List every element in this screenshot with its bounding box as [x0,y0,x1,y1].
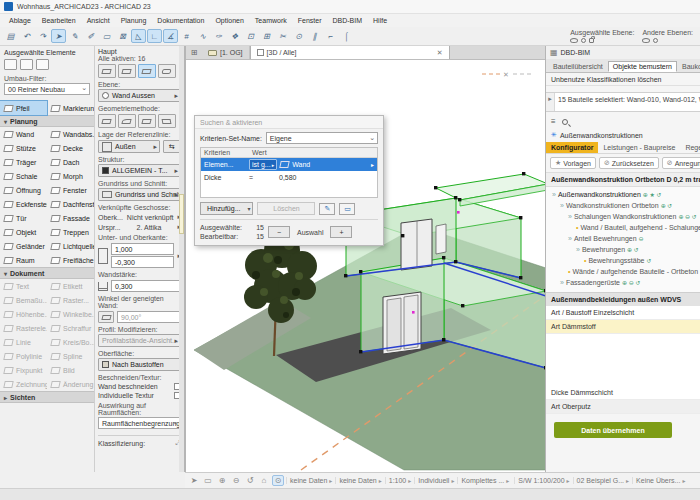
tree-item[interactable]: » Bewehrungen ⊕ ↺ [550,244,700,255]
tool-item[interactable]: Tür [0,211,47,225]
thickness-field[interactable]: 0,300 [111,280,181,292]
toolbar-icon[interactable]: ↶ [19,29,34,43]
menu-item[interactable]: Ansicht [82,16,115,25]
geometry-method-button[interactable] [98,114,116,128]
toolbar-icon[interactable]: ↷ [35,29,50,43]
tool-item[interactable]: Lichtquelle [47,239,94,253]
toolbar-icon[interactable]: ▤ [3,29,18,43]
tree-action-icons[interactable]: ⊕ ↺ [661,202,673,209]
menu-item[interactable]: Planung [116,16,152,25]
pick-settings-icon[interactable]: ✎ [319,203,335,215]
menu-item[interactable]: Optionen [210,16,248,25]
menu-item[interactable]: Teamwork [250,16,292,25]
tag-button[interactable] [158,64,176,78]
menu-item[interactable]: Ablage [4,16,36,25]
tree-action-icons[interactable]: ⊕ ↺ [627,246,639,253]
marquee-icon[interactable]: ▭ [202,476,214,485]
toolbar-icon[interactable]: ➤ [51,29,66,43]
structure-select[interactable]: ALLGEMEIN - T... ▸ [98,164,181,177]
criteria-row[interactable]: Elemen... ist g...▸ Wand ▸ [201,158,377,171]
close-tab-icon[interactable]: ✕ [437,49,443,57]
tool-item[interactable]: Etikett [47,279,94,293]
quick-option[interactable]: Komplettes ... [457,477,512,484]
tree-item[interactable]: • Wände / aufgehende Bauteile - Ortbeton… [550,266,700,277]
menu-item[interactable]: Fenster [293,16,327,25]
tool-item[interactable]: Raum [0,253,47,267]
tool-item[interactable]: Schale [0,169,47,183]
tool-item[interactable]: Träger [0,155,47,169]
tool-item[interactable]: Raster... [47,293,94,307]
geometry-method-button[interactable] [158,114,176,128]
menu-item[interactable]: Hilfe [368,16,392,25]
tool-item[interactable]: Spline [47,349,94,363]
umbau-filter-select[interactable]: 00 Reiner Neubau [4,83,90,95]
zoom-in-icon[interactable]: ⊕ [216,476,228,485]
dbd-action-button[interactable]: ★ Vorlagen [550,157,596,169]
infobox-scrollbar[interactable] [179,46,184,488]
refline-select[interactable]: Außen ▸ [98,140,160,153]
menu-item[interactable]: Bearbeiten [37,16,81,25]
menu-item[interactable]: DBD-BIM [327,16,367,25]
tool-item[interactable]: Treppen [47,225,94,239]
dbd-tab[interactable]: Baukosten auswerten [677,61,700,72]
tool-item[interactable]: Öffnung [0,183,47,197]
section-planung[interactable]: ▾ Planung [0,115,94,127]
element-info-icon[interactable] [4,59,17,70]
quick-option[interactable]: keine Daten [286,477,335,484]
tree-item[interactable]: • Bewehrungsstäbe ↺ [550,255,700,266]
toolbar-icon[interactable]: ⌠ [339,29,354,43]
dbd-subtab[interactable]: Leistungen - Baupreise [598,142,680,153]
toolbar-icon[interactable]: ⊞ [259,29,274,43]
tool-item[interactable]: Objekt [0,225,47,239]
tool-item[interactable]: Wand [0,127,47,141]
surface-select[interactable]: Nach Baustoffen [98,358,181,371]
pane-split-icon[interactable]: ⊞ [186,46,202,59]
tool-item[interactable]: Dachfenster [47,197,94,211]
search-icon[interactable] [562,119,568,125]
toolbar-icon[interactable]: ✐ [83,29,98,43]
delete-criteria-button[interactable]: Löschen [257,202,315,215]
tool-item[interactable]: Bemaßu... [0,293,47,307]
quick-option[interactable]: Individuell [414,477,457,484]
zoom-select-icon[interactable]: ⊙ [272,475,284,486]
tree-item[interactable]: • Wand / Bauteil, aufgehend - Schalungen… [550,222,700,233]
quick-option[interactable]: keine Daten [335,477,384,484]
tool-item[interactable]: Eckfenster [0,197,47,211]
geometry-method-button[interactable] [118,114,136,128]
profile-button[interactable]: Profilabstände-Ansicht... ▸ [98,334,181,347]
tab-3d[interactable]: [3D / Alle] ✕ [250,46,450,59]
lasso-icon[interactable]: ➤ [188,476,200,485]
tool-item[interactable]: Decke [47,141,94,155]
other-layer-solid-icon[interactable] [653,38,658,43]
tool-item[interactable]: Bild [47,363,94,377]
tool-item[interactable]: Fassade [47,211,94,225]
property-row[interactable]: Dicke Dämmschicht [546,386,700,400]
section-sichten[interactable]: ▸ Sichten [0,391,94,403]
tool-item[interactable]: Höhenbe... [0,307,47,321]
property-row-selected[interactable]: Art Dämmstoff [546,320,700,334]
tool-item[interactable]: Rasterele... [0,321,47,335]
settings-button[interactable] [98,64,116,78]
layer-lock-icon[interactable] [589,38,594,43]
marquee-pick-icon[interactable]: ▭ [339,203,355,215]
property-row[interactable]: Art / Baustoff Einzelschicht [546,306,700,320]
status-option[interactable]: Keine Übers... [632,477,688,484]
hamburger-icon[interactable]: ≡ [551,117,556,126]
element-select-icon[interactable] [20,59,33,70]
story-top-value[interactable]: Nicht verknüpft [127,214,174,221]
toolbar-icon[interactable]: ∟ [147,29,162,43]
tool-item[interactable]: Zeichnung [0,377,47,391]
bottom-offset-field[interactable]: -0,300 [111,256,174,268]
toolbar-icon[interactable]: # [179,29,194,43]
tool-item[interactable]: Text [0,279,47,293]
apply-data-button[interactable]: Daten übernehmen [554,422,672,438]
toolbar-icon[interactable]: ✑ [211,29,226,43]
layer-solid-icon[interactable] [581,38,586,43]
tree-item[interactable]: » Schalungen Wandkonstruktionen ⊕ ⊖ ↺ [550,211,700,222]
toolbar-icon[interactable]: ✂ [275,29,290,43]
criteria-row[interactable]: Dicke = 0,580 [201,171,377,184]
dbd-tab[interactable]: Objekte bemustern [608,61,677,72]
explore-icon[interactable]: ⌂ [258,476,270,485]
tool-item[interactable]: Freifläche [47,253,94,267]
tree-action-icons[interactable]: ⊕ ⊖ ↺ [678,213,696,220]
